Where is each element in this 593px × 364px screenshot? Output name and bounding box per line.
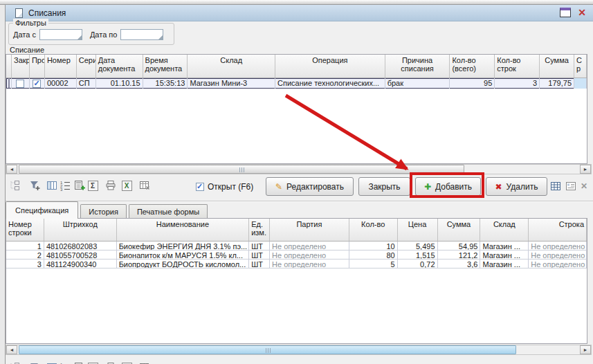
sum-cell[interactable]: 179,75 <box>540 78 574 89</box>
price-cell[interactable]: 1,515 <box>398 251 438 259</box>
name-cell[interactable]: Биокефир ЭНЕРГИЯ ДНЯ 3.1% пэ... <box>117 242 250 250</box>
maximize-icon[interactable] <box>560 8 571 17</box>
batch-cell[interactable]: Не определено <box>270 251 349 259</box>
unit-cell[interactable]: ШТ <box>249 242 270 250</box>
col-store[interactable]: Склад <box>188 55 275 78</box>
row-cell[interactable]: Не определено <box>529 260 587 268</box>
row-cell[interactable]: Не определено <box>529 251 587 259</box>
sum-icon[interactable]: Σ <box>87 180 98 191</box>
unit-cell[interactable]: ШТ <box>249 260 270 268</box>
sum-cell[interactable]: 54,95 <box>438 242 481 250</box>
col-posted[interactable]: Про <box>30 55 45 78</box>
col-unit[interactable]: Ед. изм. <box>249 219 270 241</box>
tab-history[interactable]: История <box>80 204 127 219</box>
col-sum[interactable]: Сумма <box>438 219 481 241</box>
reason-cell[interactable]: брак <box>385 78 450 89</box>
posted-checkbox[interactable] <box>33 80 41 88</box>
row-indicator-cell[interactable] <box>6 78 12 89</box>
col-sum[interactable]: Сумма <box>540 55 574 78</box>
scrollbar-thumb[interactable] <box>19 165 464 174</box>
edit-button[interactable]: ✎ Редактировать <box>266 177 354 196</box>
operation-cell[interactable]: Списание технологических... <box>275 78 385 89</box>
qty-cell[interactable]: 80 <box>349 251 398 259</box>
barcode-cell[interactable]: 481026802083 <box>44 242 117 250</box>
sum-cell[interactable]: 3,6 <box>438 260 481 268</box>
qty-cell[interactable]: 10 <box>349 242 398 250</box>
line-no-cell[interactable]: 1 <box>6 242 44 250</box>
store-cell[interactable]: Магазин Мини-3 <box>188 78 275 89</box>
open-checkbox[interactable] <box>196 183 204 191</box>
batch-cell[interactable]: Не определено <box>270 242 349 250</box>
col-line-no[interactable]: Номер строки <box>6 219 44 241</box>
calculator-add-icon[interactable] <box>74 180 85 191</box>
scroll-right-icon[interactable]: ► <box>580 345 591 354</box>
excel-export-icon[interactable]: X <box>121 180 132 191</box>
barcode-cell[interactable]: 481124900340 <box>44 260 117 268</box>
col-reason[interactable]: Причина списания <box>385 55 450 78</box>
closed-checkbox[interactable] <box>16 80 24 88</box>
col-qty-total[interactable]: Кол-во (всего) <box>450 55 495 78</box>
batch-cell[interactable]: Не определено <box>270 260 349 268</box>
col-extra[interactable]: С р <box>574 55 587 78</box>
close-icon[interactable]: ✕ <box>578 8 586 17</box>
name-cell[interactable]: Бионапиток к/м МАРУСЯ 1.5% кл... <box>117 251 250 259</box>
barcode-cell[interactable]: 481055700528 <box>44 251 117 259</box>
row-cell[interactable]: Не определено <box>529 242 587 250</box>
tab-specification[interactable]: Спецификация <box>6 201 78 219</box>
col-doc-time[interactable]: Время документа <box>143 55 188 78</box>
col-barcode[interactable]: Штрихкод <box>44 219 117 241</box>
scrollbar-thumb[interactable] <box>19 345 516 354</box>
col-number[interactable]: Номер <box>45 55 77 78</box>
date-to-input[interactable] <box>120 29 163 40</box>
panel-close-icon[interactable]: ✕ <box>581 181 587 191</box>
line-no-cell[interactable]: 3 <box>6 260 44 268</box>
doc-date-cell[interactable]: 01.10.15 <box>96 78 143 89</box>
col-qty[interactable]: Кол-во <box>349 219 398 241</box>
col-closed[interactable]: Закр <box>12 55 30 78</box>
columns-icon[interactable] <box>46 180 57 191</box>
filter-icon[interactable] <box>29 180 40 191</box>
sum-cell[interactable]: 121,2 <box>438 251 481 259</box>
unit-cell[interactable]: ШТ <box>249 251 270 259</box>
col-doc-date[interactable]: Дата документа <box>96 55 143 78</box>
numbered-list-icon[interactable]: 123 <box>60 180 71 191</box>
store-cell[interactable]: Магазин ... <box>480 242 529 250</box>
col-row-count[interactable]: Кол-во строк <box>495 55 540 78</box>
spec-row[interactable]: 2 481055700528 Бионапиток к/м МАРУСЯ 1.5… <box>6 251 587 260</box>
details-view-icon[interactable] <box>565 181 576 192</box>
row-count-cell[interactable]: 3 <box>495 78 540 89</box>
col-operation[interactable]: Операция <box>275 55 385 78</box>
price-cell[interactable]: 0,72 <box>398 260 438 268</box>
qty-total-cell[interactable]: 95 <box>450 78 495 89</box>
col-batch[interactable]: Партия <box>270 219 349 241</box>
name-cell[interactable]: Биопродукт БОДРОСТЬ кисломол... <box>117 260 250 268</box>
col-series[interactable]: Сери <box>77 55 96 78</box>
scroll-left-icon[interactable]: ◄ <box>6 345 17 354</box>
table-remove-icon[interactable] <box>139 180 150 191</box>
spec-row[interactable]: 3 481124900340 Биопродукт БОДРОСТЬ кисло… <box>6 260 587 269</box>
closed-cell[interactable] <box>12 78 30 89</box>
scroll-right-icon[interactable]: ► <box>580 165 591 174</box>
store-cell[interactable]: Магазин ... <box>480 260 529 268</box>
col-name[interactable]: Наименование <box>117 219 250 241</box>
scroll-left-icon[interactable]: ◄ <box>6 165 17 174</box>
store-cell[interactable]: Магазин ... <box>480 251 529 259</box>
line-no-cell[interactable]: 2 <box>6 251 44 259</box>
col-store[interactable]: Склад <box>480 219 529 241</box>
close-doc-button[interactable]: Закрыть <box>358 177 410 196</box>
spec-row[interactable]: 1 481026802083 Биокефир ЭНЕРГИЯ ДНЯ 3.1%… <box>6 242 587 251</box>
extra-cell[interactable] <box>574 78 587 89</box>
add-button[interactable]: ✚ Добавить <box>415 177 481 196</box>
series-cell[interactable]: СП <box>77 78 96 89</box>
doc-time-cell[interactable]: 15:35:13 <box>143 78 188 89</box>
posted-cell[interactable] <box>30 78 45 89</box>
qty-cell[interactable]: 5 <box>349 260 398 268</box>
grid-view-icon[interactable] <box>550 181 561 192</box>
number-cell[interactable]: 00002 <box>45 78 77 89</box>
tree-view-icon[interactable] <box>9 180 20 191</box>
col-price[interactable]: Цена <box>398 219 438 241</box>
date-from-input[interactable] <box>39 29 82 40</box>
tab-print-forms[interactable]: Печатные формы <box>129 204 208 219</box>
delete-button[interactable]: ✖ Удалить <box>486 177 547 196</box>
writeoff-row[interactable]: 00002 СП 01.10.15 15:35:13 Магазин Мини-… <box>6 78 587 89</box>
